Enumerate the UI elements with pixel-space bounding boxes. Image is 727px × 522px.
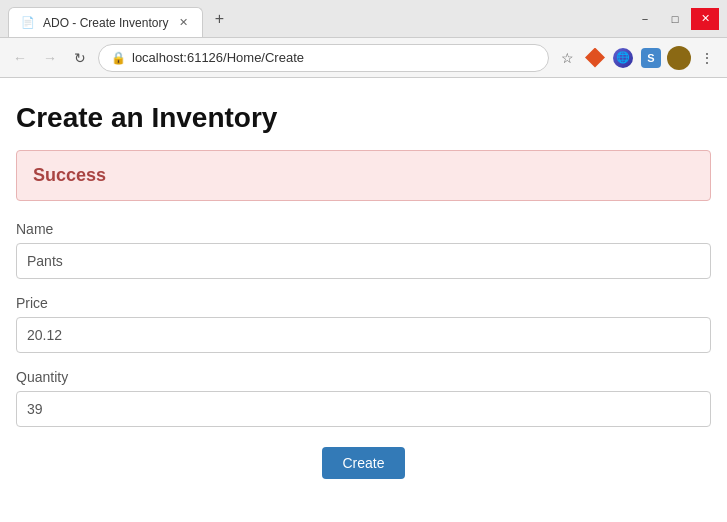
tab-title: ADO - Create Inventory bbox=[43, 16, 168, 30]
form-footer: Create bbox=[16, 447, 711, 479]
forward-button[interactable]: → bbox=[38, 46, 62, 70]
create-button[interactable]: Create bbox=[322, 447, 404, 479]
ext-s-icon[interactable]: S bbox=[639, 46, 663, 70]
name-label: Name bbox=[16, 221, 711, 237]
browser-window: 📄 ADO - Create Inventory ✕ + − □ ✕ ← → ↻… bbox=[0, 0, 727, 522]
extension-s-icon: S bbox=[641, 48, 661, 68]
success-message: Success bbox=[33, 165, 106, 185]
extension-diamond-icon bbox=[585, 48, 605, 68]
more-menu-button[interactable]: ⋮ bbox=[695, 46, 719, 70]
price-input[interactable] bbox=[16, 317, 711, 353]
url-text: localhost:61126/Home/Create bbox=[132, 50, 304, 65]
close-button[interactable]: ✕ bbox=[691, 8, 719, 30]
maximize-button[interactable]: □ bbox=[661, 8, 689, 30]
price-label: Price bbox=[16, 295, 711, 311]
new-tab-button[interactable]: + bbox=[207, 7, 231, 31]
back-button[interactable]: ← bbox=[8, 46, 32, 70]
toolbar-icons: ☆ 🌐 S ⋮ bbox=[555, 46, 719, 70]
page-content: Create an Inventory Success Name Price Q… bbox=[0, 78, 727, 522]
reload-button[interactable]: ↻ bbox=[68, 46, 92, 70]
title-bar: 📄 ADO - Create Inventory ✕ + − □ ✕ bbox=[0, 0, 727, 38]
quantity-field-group: Quantity bbox=[16, 369, 711, 427]
url-bar[interactable]: 🔒 localhost:61126/Home/Create bbox=[98, 44, 549, 72]
lock-icon: 🔒 bbox=[111, 51, 126, 65]
create-inventory-form: Name Price Quantity Create bbox=[16, 221, 711, 479]
window-controls: − □ ✕ bbox=[631, 8, 719, 30]
quantity-input[interactable] bbox=[16, 391, 711, 427]
name-field-group: Name bbox=[16, 221, 711, 279]
ext-globe-icon[interactable]: 🌐 bbox=[611, 46, 635, 70]
tab-page-icon: 📄 bbox=[21, 16, 35, 29]
active-tab[interactable]: 📄 ADO - Create Inventory ✕ bbox=[8, 7, 203, 37]
ext-orange-icon[interactable] bbox=[583, 46, 607, 70]
address-bar: ← → ↻ 🔒 localhost:61126/Home/Create ☆ 🌐 … bbox=[0, 38, 727, 78]
tab-close-button[interactable]: ✕ bbox=[176, 16, 190, 30]
minimize-button[interactable]: − bbox=[631, 8, 659, 30]
name-input[interactable] bbox=[16, 243, 711, 279]
tab-area: 📄 ADO - Create Inventory ✕ + bbox=[8, 0, 627, 37]
price-field-group: Price bbox=[16, 295, 711, 353]
page-title: Create an Inventory bbox=[16, 102, 711, 134]
success-banner: Success bbox=[16, 150, 711, 201]
star-icon[interactable]: ☆ bbox=[555, 46, 579, 70]
extension-globe-icon: 🌐 bbox=[613, 48, 633, 68]
quantity-label: Quantity bbox=[16, 369, 711, 385]
profile-avatar[interactable] bbox=[667, 46, 691, 70]
